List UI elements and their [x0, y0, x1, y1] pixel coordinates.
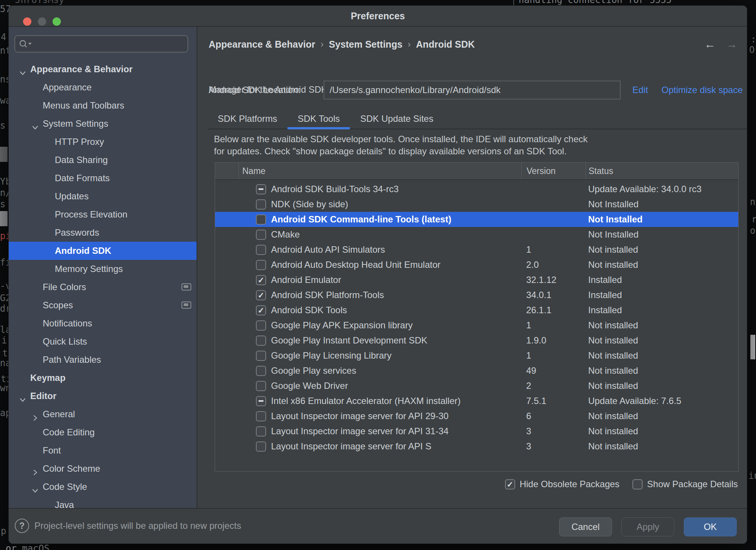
sidebar-item-path-variables[interactable]: Path Variables — [9, 351, 197, 369]
sidebar-item-system-settings[interactable]: System Settings — [9, 115, 197, 133]
package-checkbox[interactable] — [256, 441, 266, 452]
row-selector-cell — [215, 333, 239, 348]
package-name: Layout Inspector image server for API S — [271, 439, 431, 454]
sidebar-item-menus-and-toolbars[interactable]: Menus and Toolbars — [9, 96, 197, 115]
sidebar-item-notifications[interactable]: Notifications — [9, 314, 197, 332]
package-checkbox[interactable] — [256, 199, 266, 210]
package-checkbox[interactable]: ✓ — [256, 275, 266, 285]
sidebar-item-keymap[interactable]: Keymap — [9, 369, 197, 387]
table-row-android-sdk-command-line-tools-latest[interactable]: Android SDK Command-line Tools (latest)N… — [215, 212, 738, 227]
check-mark: ✓ — [258, 276, 265, 284]
option-show-package-details[interactable]: Show Package Details — [632, 479, 738, 489]
sidebar-item-font[interactable]: Font — [9, 441, 197, 460]
package-checkbox[interactable] — [256, 411, 266, 421]
sidebar-item-android-sdk[interactable]: Android SDK — [9, 242, 197, 260]
dialog-footer: ? Project-level settings will be applied… — [9, 508, 747, 544]
sidebar-item-passwords[interactable]: Passwords — [9, 224, 197, 242]
package-checkbox[interactable] — [256, 184, 266, 194]
package-checkbox[interactable] — [256, 245, 266, 255]
table-row-google-play-apk-expansion-library[interactable]: Google Play APK Expansion library1Not in… — [215, 318, 738, 333]
table-row-android-auto-desktop-head-unit-emulator[interactable]: Android Auto Desktop Head Unit Emulator2… — [215, 257, 738, 272]
package-checkbox[interactable] — [256, 426, 266, 437]
sidebar-item-data-sharing[interactable]: Data Sharing — [9, 151, 197, 169]
table-row-android-emulator[interactable]: ✓Android Emulator32.1.12Installed — [215, 272, 738, 287]
ok-button[interactable]: OK — [684, 517, 737, 536]
tab-sdk-platforms[interactable]: SDK Platforms — [208, 109, 287, 129]
chevron-down-icon[interactable] — [19, 392, 27, 400]
table-row-layout-inspector-image-server-for-api-s[interactable]: Layout Inspector image server for API S3… — [215, 439, 738, 454]
table-row-android-sdk-platform-tools[interactable]: ✓Android SDK Platform-Tools34.0.1Install… — [215, 287, 738, 303]
sdk-location-input[interactable] — [324, 81, 621, 99]
package-checkbox[interactable] — [256, 320, 266, 331]
package-checkbox[interactable]: ✓ — [256, 290, 266, 300]
sidebar-item-scopes[interactable]: Scopes — [9, 296, 197, 314]
row-selector-cell — [215, 409, 239, 424]
table-row-layout-inspector-image-server-for-api-31-34[interactable]: Layout Inspector image server for API 31… — [215, 424, 738, 439]
table-row-android-sdk-tools[interactable]: ✓Android SDK Tools26.1.1Installed — [215, 303, 738, 318]
table-row-android-sdk-build-tools-34-rc3[interactable]: Android SDK Build-Tools 34-rc3Update Ava… — [215, 182, 738, 197]
package-checkbox[interactable] — [256, 336, 266, 346]
settings-search[interactable] — [14, 35, 188, 53]
table-row-layout-inspector-image-server-for-api-29-30[interactable]: Layout Inspector image server for API 29… — [215, 409, 738, 424]
column-header-name[interactable]: Name — [239, 163, 521, 179]
sidebar-item-date-formats[interactable]: Date Formats — [9, 169, 197, 187]
table-row-google-web-driver[interactable]: Google Web Driver2Not installed — [215, 378, 738, 393]
forward-icon[interactable]: → — [726, 38, 737, 51]
tab-sdk-update-sites[interactable]: SDK Update Sites — [350, 109, 443, 129]
help-button[interactable]: ? — [15, 519, 29, 533]
chevron-down-icon[interactable] — [19, 65, 27, 73]
breadcrumb-item-system-settings[interactable]: System Settings — [329, 39, 403, 50]
chevron-down-icon[interactable] — [31, 120, 39, 128]
column-header-version[interactable]: Version — [521, 163, 586, 179]
column-header-status[interactable]: Status — [586, 163, 738, 179]
sidebar-item-http-proxy[interactable]: HTTP Proxy — [9, 133, 197, 151]
hide-obsolete-packages-checkbox[interactable]: ✓ — [505, 479, 515, 489]
chevron-right-icon[interactable] — [31, 465, 39, 473]
package-checkbox[interactable] — [256, 366, 266, 376]
apply-button[interactable]: Apply — [621, 517, 674, 536]
settings-search-input[interactable] — [33, 38, 187, 50]
package-checkbox[interactable] — [256, 230, 266, 240]
package-checkbox[interactable] — [256, 214, 266, 225]
option-hide-obsolete-packages[interactable]: ✓Hide Obsolete Packages — [505, 479, 620, 489]
table-row-android-auto-api-simulators[interactable]: Android Auto API Simulators1Not installe… — [215, 242, 738, 257]
sidebar-item-updates[interactable]: Updates — [9, 187, 197, 205]
package-version: 49 — [521, 363, 586, 378]
sidebar-item-general[interactable]: General — [9, 405, 197, 423]
back-icon[interactable]: ← — [704, 38, 716, 51]
sidebar-item-appearance-behavior[interactable]: Appearance & Behavior — [9, 60, 197, 78]
table-row-intel-x86-emulator-accelerator-haxm-installer[interactable]: Intel x86 Emulator Accelerator (HAXM ins… — [215, 393, 738, 409]
chevron-down-icon[interactable] — [31, 483, 39, 491]
sidebar-item-appearance[interactable]: Appearance — [9, 78, 197, 96]
background-text-fragment: r — [751, 214, 756, 225]
sidebar-item-file-colors[interactable]: File Colors — [9, 278, 197, 296]
table-row-cmake[interactable]: CMakeNot Installed — [215, 227, 738, 242]
package-checkbox[interactable] — [256, 396, 266, 406]
table-row-google-play-licensing-library[interactable]: Google Play Licensing Library1Not instal… — [215, 348, 738, 363]
package-checkbox[interactable]: ✓ — [256, 305, 266, 315]
cancel-button[interactable]: Cancel — [559, 517, 612, 536]
sidebar-item-color-scheme[interactable]: Color Scheme — [9, 460, 197, 478]
breadcrumb-item-appearance-behavior[interactable]: Appearance & Behavior — [209, 39, 315, 50]
breadcrumb-item-android-sdk[interactable]: Android SDK — [416, 39, 475, 50]
package-checkbox[interactable] — [256, 381, 266, 391]
android-sdk-panel: Appearance & Behavior›System Settings›An… — [197, 27, 747, 508]
sidebar-item-process-elevation[interactable]: Process Elevation — [9, 205, 197, 224]
package-status: Not Installed — [586, 227, 738, 242]
table-row-google-play-services[interactable]: Google Play services49Not installed — [215, 363, 738, 378]
sidebar-item-editor[interactable]: Editor — [9, 387, 197, 405]
sidebar-item-memory-settings[interactable]: Memory Settings — [9, 260, 197, 278]
chevron-right-icon[interactable] — [31, 410, 39, 418]
package-checkbox[interactable] — [256, 351, 266, 361]
sidebar-item-java[interactable]: Java — [9, 496, 197, 508]
optimize-disk-space-link[interactable]: Optimize disk space — [662, 85, 743, 95]
table-row-google-play-instant-development-sdk[interactable]: Google Play Instant Development SDK1.9.0… — [215, 333, 738, 348]
sidebar-item-code-editing[interactable]: Code Editing — [9, 423, 197, 441]
sidebar-item-code-style[interactable]: Code Style — [9, 478, 197, 496]
edit-sdk-location-link[interactable]: Edit — [632, 85, 648, 95]
table-row-ndk-side-by-side[interactable]: NDK (Side by side)Not Installed — [215, 197, 738, 212]
show-package-details-checkbox[interactable] — [632, 479, 643, 489]
package-checkbox[interactable] — [256, 260, 266, 270]
tab-sdk-tools[interactable]: SDK Tools — [287, 109, 350, 129]
sidebar-item-quick-lists[interactable]: Quick Lists — [9, 332, 197, 351]
